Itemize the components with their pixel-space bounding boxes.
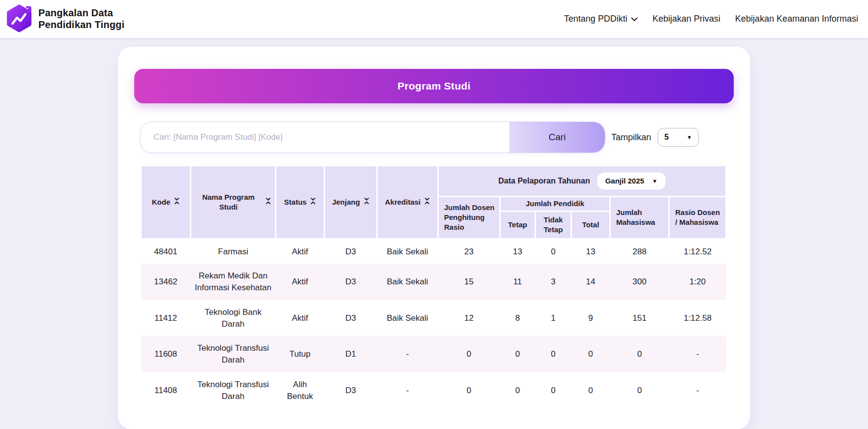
cell-kode: 11412 (141, 300, 191, 337)
col-header-jenjang[interactable]: Jenjang (325, 166, 377, 239)
col-header-rasio-dosen-mahasiswa: Rasio Dosen / Mahasiswa (669, 197, 726, 239)
topbar: Pangkalan Data Pendidikan Tinggi Tentang… (0, 0, 868, 38)
cell-kode: 11608 (141, 336, 191, 372)
search-bar: Cari (140, 122, 605, 153)
page-title-banner: Program Studi (134, 69, 734, 103)
table-wrapper: Kode Nama Program Studi Status (140, 165, 728, 409)
cell-tidak-tetap: 0 (536, 239, 571, 264)
caret-down-icon: ▼ (652, 179, 658, 184)
cell-tidak-tetap: 0 (536, 372, 571, 409)
cell-tetap: 13 (500, 239, 536, 264)
brand-title-line2: Pendidikan Tinggi (38, 19, 124, 31)
col-header-tidak-tetap: Tidak Tetap (536, 212, 571, 239)
table-body: 48401 Farmasi Aktif D3 Baik Sekali 23 13… (141, 239, 726, 409)
cell-tidak-tetap: 0 (536, 336, 571, 372)
table-row[interactable]: 11608 Teknologi Transfusi Darah Tutup D1… (141, 336, 726, 372)
search-row: Cari Tampilkan 5 ▼ (140, 122, 728, 153)
sort-icon (310, 197, 316, 207)
cell-rasio-dosen-mahasiswa: - (669, 372, 726, 409)
cell-status: Aktif (276, 300, 325, 337)
cell-status: Alih Bentuk (276, 372, 325, 409)
col-header-label: Akreditasi (385, 197, 421, 207)
cell-jumlah-dosen-penghitung-rasio: 15 (438, 264, 500, 300)
cell-jumlah-mahasiswa: 0 (610, 372, 669, 409)
cell-nama-program-studi: Teknologi Transfusi Darah (191, 336, 276, 372)
cell-jumlah-dosen-penghitung-rasio: 0 (438, 336, 500, 372)
cell-jenjang: D3 (325, 372, 377, 409)
cell-jenjang: D3 (325, 264, 377, 300)
cell-jumlah-mahasiswa: 288 (610, 239, 669, 264)
content-card: Program Studi Cari Tampilkan 5 ▼ (118, 47, 750, 429)
col-header-kode[interactable]: Kode (141, 166, 191, 239)
col-header-akreditasi[interactable]: Akreditasi (377, 166, 438, 239)
sort-icon (364, 197, 369, 207)
col-header-label: Jenjang (332, 197, 360, 207)
page-title: Program Studi (397, 80, 471, 92)
cell-jumlah-dosen-penghitung-rasio: 23 (438, 239, 500, 264)
sort-icon (266, 197, 271, 207)
nav-item-label: Kebijakan Privasi (653, 14, 720, 24)
col-header-status[interactable]: Status (276, 166, 325, 239)
sort-icon (424, 197, 430, 207)
per-page-value: 5 (664, 133, 669, 142)
brand-title-line1: Pangkalan Data (38, 7, 124, 19)
cell-total: 14 (571, 264, 610, 300)
nav-item-kebijakan-privasi[interactable]: Kebijakan Privasi (653, 14, 720, 24)
table-row[interactable]: 11412 Teknologi Bank Darah Aktif D3 Baik… (141, 300, 726, 337)
caret-down-icon: ▼ (687, 135, 692, 140)
brand-logo-icon (5, 4, 33, 34)
nav-item-kebijakan-keamanan[interactable]: Kebijakan Keamanan Informasi (735, 14, 858, 24)
table-row[interactable]: 48401 Farmasi Aktif D3 Baik Sekali 23 13… (141, 239, 726, 264)
col-group-jumlah-pendidik: Jumlah Pendidik (500, 197, 610, 212)
search-button[interactable]: Cari (509, 122, 605, 153)
report-period-label: Data Pelaporan Tahunan (498, 176, 590, 186)
cell-kode: 48401 (141, 239, 191, 264)
cell-jenjang: D3 (325, 239, 377, 264)
sort-icon (174, 197, 180, 207)
cell-rasio-dosen-mahasiswa: - (669, 336, 726, 372)
cell-jenjang: D3 (325, 300, 377, 337)
col-header-label: Kode (152, 197, 171, 207)
cell-akreditasi: Baik Sekali (377, 264, 438, 300)
cell-jumlah-dosen-penghitung-rasio: 0 (438, 372, 500, 409)
col-header-label: Nama Program Studi (195, 192, 262, 213)
cell-kode: 13462 (141, 264, 191, 300)
main-nav: Tentang PDDikti Kebijakan Privasi Kebija… (564, 14, 858, 24)
col-header-tetap: Tetap (500, 212, 536, 239)
col-header-nama-program-studi[interactable]: Nama Program Studi (191, 166, 276, 239)
search-input[interactable] (141, 122, 509, 153)
col-header-label: Status (284, 197, 307, 207)
cell-akreditasi: - (377, 336, 438, 372)
cell-rasio-dosen-mahasiswa: 1:12.58 (669, 300, 726, 337)
brand-logo[interactable]: Pangkalan Data Pendidikan Tinggi (5, 4, 124, 34)
report-period-select[interactable]: Ganjil 2025 ▼ (597, 172, 666, 190)
cell-kode: 11408 (141, 372, 191, 409)
cell-total: 0 (571, 336, 610, 372)
cell-nama-program-studi: Farmasi (191, 239, 276, 264)
cell-total: 13 (571, 239, 610, 264)
table-row[interactable]: 13462 Rekam Medik Dan Informasi Kesehata… (141, 264, 726, 300)
cell-jenjang: D1 (325, 336, 377, 372)
col-header-jumlah-dosen-penghitung-rasio: Jumlah Dosen Penghitung Rasio (438, 197, 500, 239)
brand-title: Pangkalan Data Pendidikan Tinggi (38, 7, 124, 31)
report-period-header: Data Pelaporan Tahunan Ganjil 2025 ▼ (438, 166, 726, 197)
nav-item-tentang-pddikti[interactable]: Tentang PDDikti (564, 14, 638, 24)
table-row[interactable]: 11408 Teknologi Transfusi Darah Alih Ben… (141, 372, 726, 409)
per-page-label: Tampilkan (611, 132, 651, 143)
cell-tidak-tetap: 3 (536, 264, 571, 300)
cell-status: Aktif (276, 264, 325, 300)
cell-nama-program-studi: Teknologi Bank Darah (191, 300, 276, 337)
cell-akreditasi: Baik Sekali (377, 300, 438, 337)
cell-jumlah-mahasiswa: 300 (610, 264, 669, 300)
cell-nama-program-studi: Teknologi Transfusi Darah (191, 372, 276, 409)
cell-jumlah-mahasiswa: 151 (610, 300, 669, 337)
cell-akreditasi: - (377, 372, 438, 409)
per-page-select[interactable]: 5 ▼ (658, 128, 699, 147)
cell-tetap: 11 (500, 264, 536, 300)
program-studi-table: Kode Nama Program Studi Status (140, 165, 727, 409)
nav-item-label: Tentang PDDikti (564, 14, 628, 24)
cell-total: 0 (571, 372, 610, 409)
cell-tetap: 0 (500, 336, 536, 372)
cell-nama-program-studi: Rekam Medik Dan Informasi Kesehatan (191, 264, 276, 300)
cell-status: Aktif (276, 239, 325, 264)
